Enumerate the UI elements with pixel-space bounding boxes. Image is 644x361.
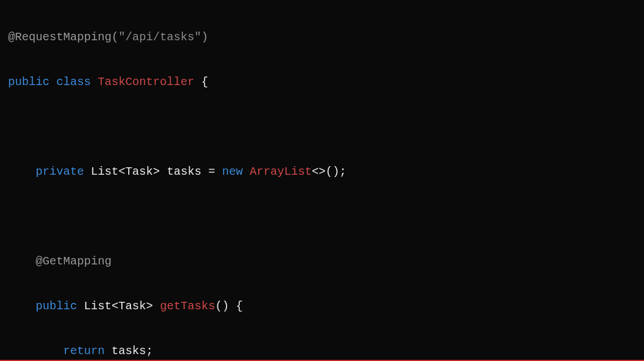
indent [8, 344, 63, 358]
angle-token: < [118, 165, 125, 178]
keyword-token: class [56, 75, 91, 89]
keyword-token: new [222, 165, 243, 178]
indent [8, 165, 36, 178]
type-token: TaskController [98, 75, 194, 89]
variable-token: tasks [167, 165, 201, 178]
blank-line [8, 114, 636, 140]
code-editor-viewport[interactable]: @RequestMapping("/api/tasks") public cla… [8, 6, 636, 361]
paren-token: ( [112, 30, 118, 44]
variable-token: tasks [112, 344, 146, 358]
angle-token: < [112, 299, 118, 313]
diamond-token: <> [312, 165, 325, 178]
indent [8, 255, 36, 268]
method-token: getTasks [160, 299, 215, 313]
tail-token: (); [325, 165, 346, 178]
indent [8, 299, 36, 313]
code-line: @GetMapping [8, 248, 636, 275]
keyword-token: public [8, 75, 49, 89]
type-token: Task [125, 165, 153, 178]
type-token: ArrayList [250, 165, 312, 178]
code-line: return tasks; [8, 338, 636, 361]
keyword-token: public [36, 299, 77, 313]
code-line: @RequestMapping("/api/tasks") [8, 24, 636, 51]
annotation-token: @GetMapping [36, 255, 112, 268]
keyword-token: return [63, 344, 105, 358]
type-token: Task [118, 299, 146, 313]
code-line: public List<Task> getTasks() { [8, 293, 636, 320]
type-token: List [91, 165, 118, 178]
keyword-token: private [36, 165, 84, 178]
code-line: private List<Task> tasks = new ArrayList… [8, 159, 636, 185]
tail-token: () { [215, 299, 243, 313]
blank-line [8, 203, 636, 230]
brace-token: { [201, 75, 208, 89]
annotation-token: @RequestMapping [8, 30, 112, 44]
operator-token: = [208, 165, 215, 178]
angle-token: > [153, 165, 160, 178]
tail-token: ; [146, 344, 153, 358]
code-line: public class TaskController { [8, 69, 636, 95]
type-token: List [84, 299, 112, 313]
string-token: "/api/tasks" [118, 30, 201, 44]
angle-token: > [146, 299, 153, 313]
paren-token: ) [201, 30, 208, 44]
